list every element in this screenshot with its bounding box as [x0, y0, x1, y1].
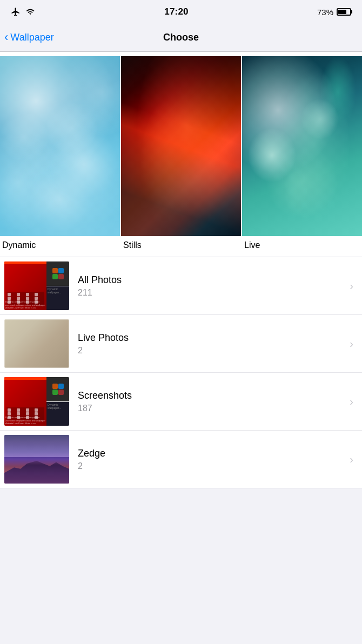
album-all-photos[interactable]: Dynamic wallpaper and perspective zoom a…: [0, 257, 362, 315]
back-chevron-icon: ‹: [4, 31, 8, 43]
screenshots-composite-side: Dynamic wallpaper...: [46, 377, 69, 426]
all-photos-thumb-image: Dynamic wallpaper and perspective zoom a…: [4, 261, 69, 310]
live-photos-thumbnail: [4, 319, 69, 368]
dynamic-label: Dynamic: [0, 236, 38, 257]
live-thumbnail: [242, 56, 362, 236]
zedge-count: 2: [78, 461, 345, 471]
screenshots-name: Screenshots: [78, 390, 345, 401]
zedge-info: Zedge 2: [69, 448, 345, 471]
back-button[interactable]: ‹ Wallpaper: [4, 32, 54, 43]
dynamic-thumbnail: [0, 56, 120, 236]
wallpaper-category-grid: Dynamic Stills Live: [0, 52, 362, 257]
status-left: [11, 7, 36, 17]
composite-side: Dynamic wallpaper...: [46, 261, 69, 310]
status-bar: 17:20 73%: [0, 0, 362, 24]
battery-icon: [337, 8, 351, 16]
airplane-icon: [11, 7, 21, 17]
live-photos-count: 2: [78, 346, 345, 355]
page-title: Choose: [163, 32, 199, 43]
screenshots-thumbnail: Dynamic wallpaper and perspective zoom a…: [4, 377, 69, 426]
category-dynamic[interactable]: Dynamic: [0, 56, 120, 257]
live-photos-info: Live Photos 2: [69, 332, 345, 355]
wifi-icon: [25, 8, 36, 16]
all-photos-info: All Photos 211: [69, 274, 345, 298]
stills-thumb-image: [121, 56, 241, 236]
album-live-photos[interactable]: Live Photos 2 ›: [0, 315, 362, 373]
zedge-thumbnail: [4, 435, 69, 484]
main-content: Dynamic Stills Live: [0, 52, 362, 488]
screenshots-chevron-icon: ›: [350, 395, 353, 408]
album-list: Dynamic wallpaper and perspective zoom a…: [0, 257, 362, 488]
status-time: 17:20: [164, 6, 188, 17]
battery-fill: [338, 10, 346, 14]
screenshots-thumb-image: Dynamic wallpaper and perspective zoom a…: [4, 377, 69, 426]
screenshots-count: 187: [78, 404, 345, 413]
album-screenshots[interactable]: Dynamic wallpaper and perspective zoom a…: [0, 373, 362, 431]
navigation-bar: ‹ Wallpaper Choose: [0, 24, 362, 52]
zedge-name: Zedge: [78, 448, 345, 459]
dynamic-thumb-image: [0, 56, 120, 236]
all-photos-name: All Photos: [78, 274, 345, 286]
zedge-thumb-image: [4, 435, 69, 484]
stills-thumbnail: [121, 56, 241, 236]
composite-main: Dynamic wallpaper and perspective zoom a…: [4, 261, 46, 310]
all-photos-chevron-icon: ›: [350, 280, 353, 292]
screenshots-info: Screenshots 187: [69, 390, 345, 413]
live-photos-thumb-image: [4, 319, 69, 368]
stills-label: Stills: [121, 236, 144, 257]
status-right: 73%: [317, 8, 351, 17]
screenshots-composite-main: Dynamic wallpaper and perspective zoom a…: [4, 377, 46, 426]
back-label: Wallpaper: [10, 32, 53, 43]
all-photos-count: 211: [78, 288, 345, 298]
live-thumb-image: [242, 56, 362, 236]
battery-percent: 73%: [317, 8, 333, 17]
album-zedge[interactable]: Zedge 2 ›: [0, 431, 362, 488]
live-label: Live: [242, 236, 262, 257]
category-live[interactable]: Live: [242, 56, 362, 257]
all-photos-thumbnail: Dynamic wallpaper and perspective zoom a…: [4, 261, 69, 310]
live-photos-name: Live Photos: [78, 332, 345, 344]
zedge-chevron-icon: ›: [350, 453, 353, 466]
live-photos-chevron-icon: ›: [350, 338, 353, 350]
category-stills[interactable]: Stills: [121, 56, 241, 257]
